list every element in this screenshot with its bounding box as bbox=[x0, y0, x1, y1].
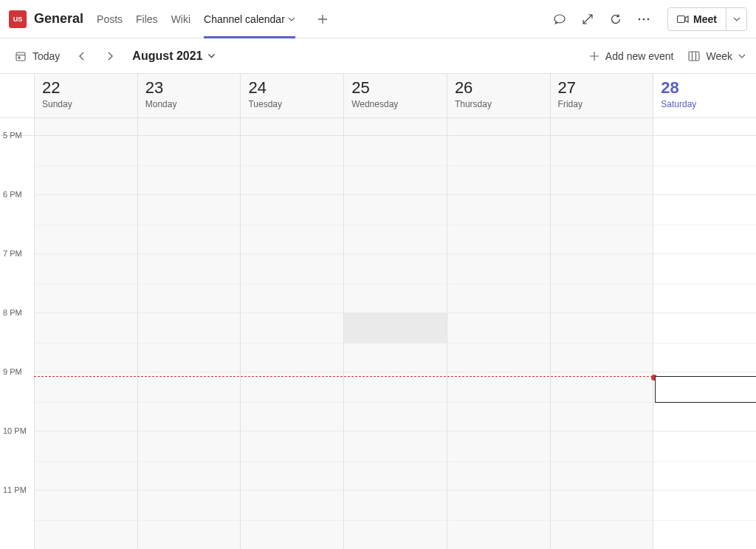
day-header[interactable]: 26Thursday bbox=[447, 74, 550, 118]
day-header[interactable]: 25Wednesday bbox=[344, 74, 447, 118]
add-tab-button[interactable] bbox=[315, 11, 331, 27]
hour-cell[interactable] bbox=[138, 195, 241, 254]
hour-cell[interactable] bbox=[138, 136, 241, 195]
hour-cell[interactable] bbox=[653, 195, 756, 254]
hour-cell[interactable] bbox=[138, 313, 241, 372]
day-grid-body[interactable] bbox=[447, 136, 550, 549]
hour-cell[interactable] bbox=[344, 195, 447, 254]
hour-cell[interactable] bbox=[138, 254, 241, 313]
tab-files[interactable]: Files bbox=[136, 0, 158, 38]
hour-cell[interactable] bbox=[551, 136, 653, 195]
day-header[interactable]: 24Tuesday bbox=[241, 74, 343, 118]
allday-row[interactable] bbox=[344, 118, 447, 136]
hour-cell[interactable] bbox=[138, 372, 241, 432]
allday-row[interactable] bbox=[653, 118, 756, 136]
hour-cell[interactable] bbox=[344, 491, 447, 549]
hour-cell[interactable] bbox=[35, 432, 137, 491]
hour-cell[interactable] bbox=[35, 491, 137, 549]
day-column[interactable]: 24Tuesday bbox=[240, 74, 343, 549]
more-options-icon[interactable] bbox=[635, 10, 653, 28]
hour-cell[interactable] bbox=[653, 254, 756, 313]
today-button[interactable]: Today bbox=[10, 47, 64, 65]
day-grid-body[interactable] bbox=[138, 136, 241, 549]
hour-cell[interactable] bbox=[241, 372, 343, 432]
hour-cell[interactable] bbox=[447, 491, 550, 549]
tab-wiki[interactable]: Wiki bbox=[171, 0, 190, 38]
day-header[interactable]: 28Saturday bbox=[653, 74, 756, 118]
month-picker[interactable]: August 2021 bbox=[132, 50, 215, 63]
hour-cell[interactable] bbox=[35, 195, 137, 254]
hour-cell[interactable] bbox=[35, 313, 137, 372]
expand-icon[interactable] bbox=[579, 10, 597, 28]
hour-cell[interactable] bbox=[241, 432, 343, 491]
hour-cell[interactable] bbox=[35, 136, 137, 195]
hour-cell[interactable] bbox=[138, 491, 241, 549]
hour-cell[interactable] bbox=[35, 254, 137, 313]
hour-cell[interactable] bbox=[241, 254, 343, 313]
hour-cell[interactable] bbox=[447, 254, 550, 313]
allday-row[interactable] bbox=[241, 118, 343, 136]
hour-cell[interactable] bbox=[551, 491, 653, 549]
add-new-event-button[interactable]: Add new event bbox=[589, 50, 674, 62]
time-label: 6 PM bbox=[0, 195, 34, 254]
reply-icon[interactable] bbox=[551, 10, 568, 28]
day-grid-body[interactable] bbox=[551, 136, 653, 549]
hour-cell[interactable] bbox=[241, 136, 343, 195]
day-column[interactable]: 27Friday bbox=[550, 74, 653, 549]
day-grid-body[interactable] bbox=[344, 136, 447, 549]
day-column[interactable]: 25Wednesday bbox=[343, 74, 447, 549]
hour-cell[interactable] bbox=[653, 432, 756, 491]
allday-row[interactable] bbox=[447, 118, 550, 136]
prev-week-button[interactable] bbox=[72, 46, 92, 67]
hour-cell[interactable] bbox=[653, 136, 756, 195]
hour-cell[interactable] bbox=[344, 372, 447, 432]
day-column[interactable]: 22Sunday bbox=[34, 74, 137, 549]
view-switch-label: Week bbox=[706, 50, 732, 62]
hour-cell[interactable] bbox=[35, 372, 137, 432]
allday-row[interactable] bbox=[35, 118, 137, 136]
hour-cell[interactable] bbox=[653, 491, 756, 549]
hour-cell[interactable] bbox=[551, 432, 653, 491]
selected-slot[interactable] bbox=[344, 313, 447, 343]
view-switch-button[interactable]: Week bbox=[688, 50, 746, 62]
day-header[interactable]: 22Sunday bbox=[35, 74, 137, 118]
day-column[interactable]: 23Monday bbox=[137, 74, 241, 549]
tab-channel-calendar[interactable]: Channel calendar bbox=[204, 0, 295, 38]
day-header[interactable]: 27Friday bbox=[551, 74, 653, 118]
day-name: Wednesday bbox=[351, 99, 439, 109]
day-grid-body[interactable] bbox=[653, 136, 756, 549]
hour-cell[interactable] bbox=[138, 432, 241, 491]
hour-cell[interactable] bbox=[447, 372, 550, 432]
refresh-icon[interactable] bbox=[607, 10, 625, 28]
new-event-slot[interactable] bbox=[655, 376, 756, 403]
hour-cell[interactable] bbox=[551, 195, 653, 254]
svg-point-3 bbox=[647, 18, 650, 20]
hour-cell[interactable] bbox=[447, 136, 550, 195]
allday-row[interactable] bbox=[551, 118, 653, 136]
meet-dropdown-button[interactable] bbox=[726, 8, 746, 30]
allday-row[interactable] bbox=[138, 118, 241, 136]
meet-button[interactable]: Meet bbox=[668, 8, 726, 30]
hour-cell[interactable] bbox=[653, 313, 756, 372]
hour-cell[interactable] bbox=[551, 254, 653, 313]
next-week-button[interactable] bbox=[100, 46, 120, 67]
hour-cell[interactable] bbox=[447, 432, 550, 491]
hour-cell[interactable] bbox=[447, 195, 550, 254]
day-header[interactable]: 23Monday bbox=[138, 74, 241, 118]
hour-cell[interactable] bbox=[447, 313, 550, 372]
hour-cell[interactable] bbox=[551, 372, 653, 432]
hour-cell[interactable] bbox=[241, 491, 343, 549]
hour-cell[interactable] bbox=[344, 254, 447, 313]
hour-cell[interactable] bbox=[344, 432, 447, 491]
svg-rect-7 bbox=[689, 52, 699, 61]
hour-cell[interactable] bbox=[344, 136, 447, 195]
calendar-today-icon bbox=[15, 50, 27, 62]
hour-cell[interactable] bbox=[551, 313, 653, 372]
day-grid-body[interactable] bbox=[241, 136, 343, 549]
day-column[interactable]: 26Thursday bbox=[447, 74, 550, 549]
tab-posts[interactable]: Posts bbox=[97, 0, 123, 38]
hour-cell[interactable] bbox=[241, 313, 343, 372]
hour-cell[interactable] bbox=[241, 195, 343, 254]
day-column[interactable]: 28Saturday bbox=[653, 74, 756, 549]
day-grid-body[interactable] bbox=[35, 136, 137, 549]
